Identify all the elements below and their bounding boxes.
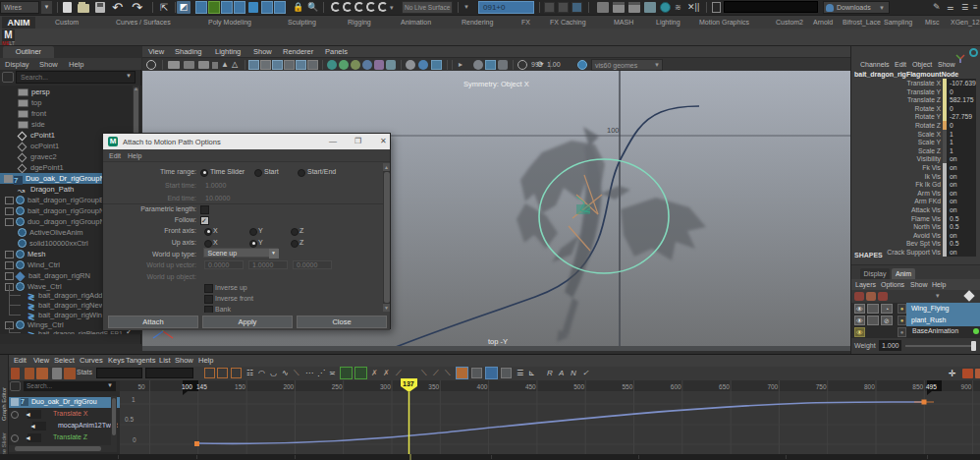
svg-text:450: 450 <box>525 383 536 390</box>
svg-text:300: 300 <box>380 383 391 390</box>
svg-text:500: 500 <box>573 383 584 390</box>
svg-text:137: 137 <box>403 380 414 387</box>
svg-text:100: 100 <box>182 383 192 390</box>
svg-text:350: 350 <box>428 383 439 390</box>
svg-text:0: 0 <box>133 436 136 443</box>
svg-text:145: 145 <box>196 383 207 390</box>
svg-text:700: 700 <box>767 383 778 390</box>
svg-text:550: 550 <box>623 383 633 390</box>
svg-text:850: 850 <box>912 383 923 390</box>
svg-text:0.5: 0.5 <box>125 416 134 423</box>
svg-text:495: 495 <box>926 383 937 390</box>
svg-text:1: 1 <box>132 396 136 403</box>
svg-text:150: 150 <box>235 383 245 390</box>
svg-text:800: 800 <box>864 383 875 390</box>
svg-text:750: 750 <box>816 383 827 390</box>
svg-text:250: 250 <box>332 383 343 390</box>
svg-text:200: 200 <box>283 383 294 390</box>
svg-text:600: 600 <box>671 383 681 390</box>
svg-text:50: 50 <box>138 383 146 390</box>
svg-text:900: 900 <box>961 383 972 390</box>
svg-text:400: 400 <box>477 383 488 390</box>
svg-text:650: 650 <box>719 383 730 390</box>
svg-text:100: 100 <box>607 126 620 135</box>
